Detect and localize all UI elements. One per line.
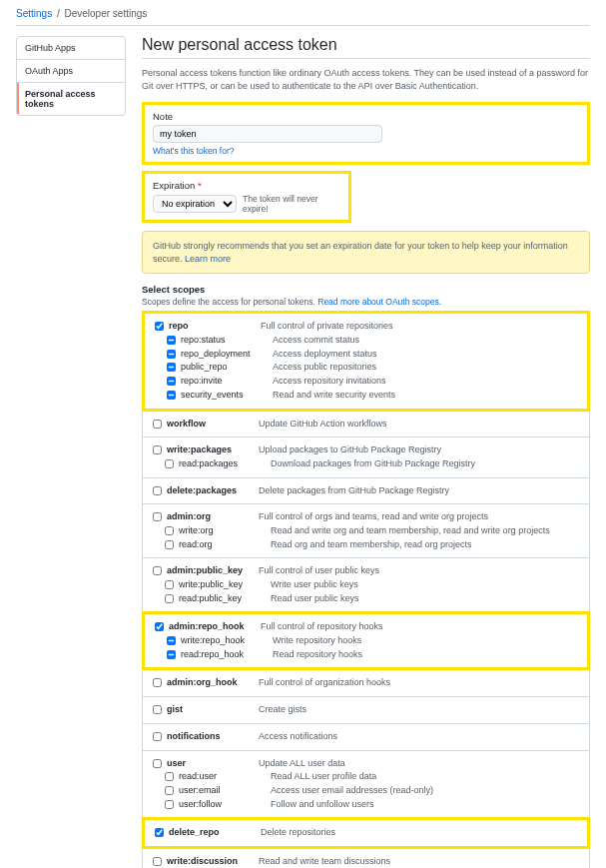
scope-desc: Full control of user public keys <box>259 565 579 577</box>
sidebar-item-personal-access-tokens[interactable]: Personal access tokens <box>17 83 125 115</box>
scope-group: delete:packagesDelete packages from GitH… <box>143 478 589 504</box>
scope-checkbox-delete-repo[interactable] <box>155 828 164 837</box>
scope-row-repo-invite: repo:inviteAccess repository invitations <box>155 375 577 389</box>
scope-group: repoFull control of private repositories… <box>142 311 590 411</box>
page-title: New personal access token <box>142 36 590 54</box>
scope-checkbox-workflow[interactable] <box>153 420 162 429</box>
note-hint-link[interactable]: What's this token for? <box>153 146 234 156</box>
expiration-select[interactable]: No expiration <box>153 195 237 213</box>
scope-group: write:packagesUpload packages to GitHub … <box>143 437 589 476</box>
scopes-heading: Select scopes <box>142 284 590 295</box>
scope-checkbox-admin-org-hook[interactable] <box>153 678 162 687</box>
breadcrumb: Settings / Developer settings <box>16 8 590 19</box>
scope-desc: Full control of organization hooks <box>259 677 579 689</box>
scope-name: repo <box>169 321 261 333</box>
sidebar-item-oauth-apps[interactable]: OAuth Apps <box>17 60 125 83</box>
scope-checkbox-read-org[interactable] <box>165 540 174 549</box>
scope-checkbox-write-repo-hook[interactable] <box>167 636 176 645</box>
scope-checkbox-write-org[interactable] <box>165 526 174 535</box>
main-content: New personal access token Personal acces… <box>142 36 590 868</box>
scope-row-security-events: security_eventsRead and write security e… <box>155 389 577 403</box>
scopes-description: Scopes define the access for personal to… <box>142 297 590 307</box>
scope-row-admin-repo-hook: admin:repo_hookFull control of repositor… <box>155 620 577 634</box>
scope-name: admin:repo_hook <box>169 621 261 633</box>
scope-checkbox-repo[interactable] <box>155 322 164 331</box>
scope-desc: Access notifications <box>259 731 579 743</box>
scope-checkbox-read-public-key[interactable] <box>165 594 174 603</box>
scope-row-user-email: user:emailAccess user email addresses (r… <box>153 784 579 798</box>
scope-checkbox-gist[interactable] <box>153 705 162 714</box>
note-input[interactable] <box>153 125 382 143</box>
sidebar-item-github-apps[interactable]: GitHub Apps <box>17 37 125 60</box>
scope-checkbox-notifications[interactable] <box>153 732 162 741</box>
scope-row-admin-public-key: admin:public_keyFull control of user pub… <box>153 564 579 578</box>
scope-row-public-repo: public_repoAccess public repositories <box>155 361 577 375</box>
top-divider <box>16 25 590 26</box>
scope-name: user:follow <box>179 799 271 811</box>
scope-checkbox-delete-packages[interactable] <box>153 486 162 495</box>
scope-desc: Upload packages to GitHub Package Regist… <box>259 444 579 456</box>
scope-name: gist <box>167 704 259 716</box>
sidebar: GitHub AppsOAuth AppsPersonal access tok… <box>16 36 126 868</box>
scope-checkbox-security-events[interactable] <box>167 391 176 400</box>
scope-name: repo_deployment <box>181 349 273 361</box>
breadcrumb-settings-link[interactable]: Settings <box>16 8 52 19</box>
scope-desc: Access commit status <box>273 335 577 347</box>
scope-desc: Access public repositories <box>273 362 577 374</box>
scope-checkbox-write-discussion[interactable] <box>153 857 162 866</box>
scope-row-write-public-key: write:public_keyWrite user public keys <box>153 578 579 592</box>
scope-checkbox-read-repo-hook[interactable] <box>167 650 176 659</box>
scope-desc: Read repository hooks <box>273 649 577 661</box>
expiration-warning-flash: GitHub strongly recommends that you set … <box>142 231 590 274</box>
page-description: Personal access tokens function like ord… <box>142 67 590 92</box>
scope-desc: Full control of repository hooks <box>261 621 577 633</box>
scope-row-delete-repo: delete_repoDelete repositories <box>155 826 577 840</box>
scope-checkbox-repo-invite[interactable] <box>167 377 176 386</box>
scope-checkbox-repo-deployment[interactable] <box>167 350 176 359</box>
expiration-text: The token will never expire! <box>243 194 340 214</box>
scope-checkbox-write-public-key[interactable] <box>165 580 174 589</box>
scope-checkbox-public-repo[interactable] <box>167 363 176 372</box>
scope-name: write:org <box>179 525 271 537</box>
note-block: Note What's this token for? <box>142 102 590 165</box>
scope-checkbox-read-packages[interactable] <box>165 459 174 468</box>
scope-name: admin:org <box>167 511 259 523</box>
scope-row-admin-org-hook: admin:org_hookFull control of organizati… <box>153 676 579 690</box>
scope-checkbox-read-user[interactable] <box>165 772 174 781</box>
scope-row-admin-org: admin:orgFull control of orgs and teams,… <box>153 510 579 524</box>
scope-checkbox-user-follow[interactable] <box>165 800 174 809</box>
scope-name: read:repo_hook <box>181 649 273 661</box>
sidebar-menu: GitHub AppsOAuth AppsPersonal access tok… <box>16 36 126 116</box>
scope-name: delete:packages <box>167 485 259 497</box>
scope-checkbox-admin-org[interactable] <box>153 512 162 521</box>
scope-desc: Full control of private repositories <box>261 321 577 333</box>
scope-checkbox-repo-status[interactable] <box>167 336 176 345</box>
scope-name: write:discussion <box>167 856 259 868</box>
note-label: Note <box>153 111 579 122</box>
breadcrumb-current: Developer settings <box>64 8 147 19</box>
scope-desc: Access deployment status <box>273 349 577 361</box>
scope-group: gistCreate gists <box>143 697 589 723</box>
breadcrumb-separator: / <box>57 8 60 19</box>
scope-checkbox-user-email[interactable] <box>165 786 174 795</box>
scope-row-notifications: notificationsAccess notifications <box>153 730 579 744</box>
scope-desc: Full control of orgs and teams, read and… <box>259 511 579 523</box>
scope-checkbox-user[interactable] <box>153 759 162 768</box>
scope-checkbox-admin-repo-hook[interactable] <box>155 622 164 631</box>
scope-checkbox-admin-public-key[interactable] <box>153 566 162 575</box>
scope-desc: Delete repositories <box>261 827 577 839</box>
scopes-desc-link[interactable]: Read more about OAuth scopes. <box>317 297 441 307</box>
scope-desc: Delete packages from GitHub Package Regi… <box>259 485 579 497</box>
scope-desc: Create gists <box>259 704 579 716</box>
scope-group: delete_repoDelete repositories <box>142 817 590 849</box>
scope-group: userUpdate ALL user dataread:userRead AL… <box>143 751 589 818</box>
scope-desc: Read and write org and team membership, … <box>271 525 579 537</box>
flash-learn-more-link[interactable]: Learn more <box>185 254 231 264</box>
scope-name: write:public_key <box>179 579 271 591</box>
scope-row-user: userUpdate ALL user data <box>153 757 579 771</box>
scope-checkbox-write-packages[interactable] <box>153 445 162 454</box>
scope-name: workflow <box>167 419 259 431</box>
scope-row-read-packages: read:packagesDownload packages from GitH… <box>153 457 579 471</box>
scope-desc: Read org and team membership, read org p… <box>271 539 579 551</box>
scope-desc: Write user public keys <box>271 579 579 591</box>
